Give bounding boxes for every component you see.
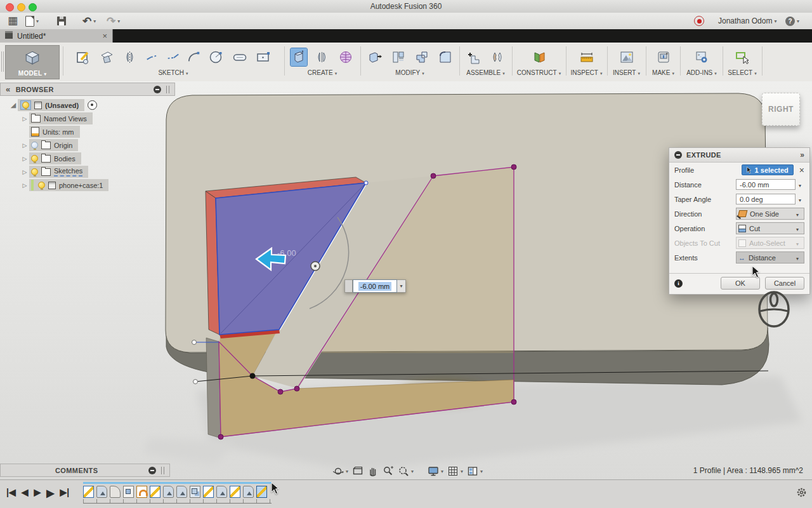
modify-group-label[interactable]: MODIFY [362, 69, 458, 76]
go-to-end-button[interactable]: ▶| [60, 487, 70, 499]
insert-group-label[interactable]: INSERT [608, 69, 645, 76]
timeline-feature-fillet[interactable] [110, 486, 121, 498]
view-cube[interactable]: RIGHT [762, 93, 800, 126]
clear-selection-icon[interactable]: × [799, 165, 804, 175]
help-menu[interactable]: ? [785, 15, 799, 27]
browser-header[interactable]: BROWSER [0, 83, 175, 96]
document-tab[interactable]: Untitled* × [0, 29, 113, 43]
expand-triangle-icon[interactable]: ▷ [20, 169, 29, 175]
construction-plane-button[interactable] [531, 48, 547, 66]
press-pull-button[interactable] [367, 48, 383, 66]
expand-triangle-icon[interactable]: ▷ [20, 116, 29, 122]
joint-button[interactable] [489, 48, 506, 66]
tab-close-icon[interactable]: × [102, 33, 107, 39]
timeline-feature-extrude[interactable] [243, 486, 254, 498]
select-group-label[interactable]: SELECT [724, 69, 761, 76]
timeline-feature-sketch[interactable] [150, 486, 160, 498]
select-tool-button[interactable] [734, 48, 750, 66]
create-form-button[interactable] [337, 48, 354, 66]
timeline-feature-sketch[interactable] [203, 486, 214, 498]
timeline-feature-sketch[interactable] [230, 486, 240, 498]
zoom-window-button[interactable] [398, 465, 414, 477]
extrude-button[interactable] [291, 48, 307, 66]
info-icon[interactable]: i [674, 279, 683, 288]
redo-button[interactable] [107, 15, 120, 27]
step-forward-button[interactable]: ▶ [34, 487, 41, 499]
spline-tool-button[interactable] [166, 48, 180, 66]
insert-image-button[interactable] [619, 48, 635, 66]
expand-triangle-icon[interactable]: ▷ [20, 156, 29, 162]
operation-dropdown[interactable]: Cut [736, 222, 804, 234]
panel-options-icon[interactable] [148, 467, 156, 474]
panel-options-icon[interactable] [154, 86, 161, 93]
browser-item-units[interactable]: Units: mm [29, 126, 175, 138]
view-cube-face-label[interactable]: RIGHT [768, 105, 794, 114]
inspect-group-label[interactable]: INSPECT [567, 69, 606, 76]
bulb-icon[interactable] [31, 168, 38, 175]
rectangle-tool-button[interactable] [255, 48, 272, 66]
direction-dropdown[interactable]: One Side [736, 208, 804, 220]
grid-snap-button[interactable] [447, 465, 463, 477]
timeline-feature-sketch[interactable] [83, 486, 94, 498]
workspace-selector[interactable]: MODEL [5, 45, 60, 79]
timeline-feature-extrude[interactable] [176, 486, 187, 498]
slot-tool-button[interactable] [232, 48, 248, 66]
taper-field[interactable]: 0.0 deg [736, 194, 796, 204]
comments-header[interactable]: COMMENTS [0, 464, 170, 477]
bulb-icon[interactable] [31, 155, 38, 162]
arc-tool-button[interactable] [187, 48, 201, 66]
extrude-dialog-header[interactable]: EXTRUDE [669, 148, 809, 163]
construct-group-label[interactable]: CONSTRUCT [513, 69, 565, 76]
mirror-sketch-button[interactable] [122, 48, 138, 66]
timeline-feature-form[interactable] [136, 486, 147, 498]
sketch-group-label[interactable]: SKETCH [63, 69, 283, 76]
measure-button[interactable] [579, 48, 595, 66]
create-sketch-button[interactable] [75, 48, 91, 66]
timeline-feature-sketch[interactable] [256, 486, 267, 498]
distance-caret-icon[interactable] [796, 181, 804, 189]
expand-triangle-icon[interactable]: ◢ [9, 101, 18, 109]
pan-button[interactable] [367, 465, 379, 477]
browser-item-root[interactable]: ◢ (Unsaved) [9, 99, 175, 111]
browser-item-named-views[interactable]: ▷ Named Views [20, 112, 175, 124]
extents-dropdown[interactable]: Distance [736, 251, 804, 264]
dialog-collapse-icon[interactable] [674, 151, 682, 159]
revolve-button[interactable] [314, 48, 331, 66]
timeline-feature-extrude[interactable] [96, 486, 107, 498]
save-button[interactable] [57, 15, 66, 27]
scripts-addins-button[interactable] [693, 48, 710, 66]
viewports-button[interactable] [467, 465, 483, 477]
profile-selected-button[interactable]: 1 selected [742, 164, 794, 175]
bulb-off-icon[interactable] [31, 142, 38, 149]
app-launcher-icon[interactable] [8, 15, 18, 27]
combine-button[interactable] [414, 48, 430, 66]
orbit-button[interactable] [332, 465, 348, 477]
undo-button[interactable] [82, 15, 96, 27]
collapse-panel-icon[interactable] [6, 84, 11, 94]
input-drag-handle[interactable] [344, 279, 353, 293]
ok-button[interactable]: OK [721, 277, 760, 290]
panel-grip[interactable] [166, 86, 169, 93]
line-tool-button[interactable] [145, 48, 159, 66]
record-button[interactable] [694, 15, 704, 27]
addins-group-label[interactable]: ADD-INS [681, 69, 722, 76]
look-at-button[interactable] [352, 465, 363, 477]
3d-print-button[interactable] [655, 48, 672, 66]
browser-item-sketches[interactable]: ▷ Sketches [20, 166, 175, 178]
user-menu[interactable]: Jonathan Odom [718, 15, 776, 27]
timeline-feature-move[interactable] [123, 486, 134, 498]
timeline-feature-combine[interactable] [190, 486, 200, 498]
browser-item-origin[interactable]: ▷ Origin [20, 139, 175, 151]
expand-triangle-icon[interactable]: ▷ [20, 142, 29, 149]
bulb-icon[interactable] [38, 182, 45, 189]
make-group-label[interactable]: MAKE [647, 69, 679, 76]
bulb-icon[interactable] [22, 102, 29, 109]
display-settings-button[interactable] [428, 465, 443, 477]
timeline-feature-extrude[interactable] [216, 486, 227, 498]
create-group-label[interactable]: CREATE [285, 69, 359, 76]
play-button[interactable]: ▶ [46, 487, 54, 499]
appearance-button[interactable] [390, 48, 407, 66]
timeline-feature-extrude[interactable] [163, 486, 174, 498]
browser-item-bodies[interactable]: ▷ Bodies [20, 152, 175, 164]
new-component-button[interactable] [466, 48, 482, 66]
